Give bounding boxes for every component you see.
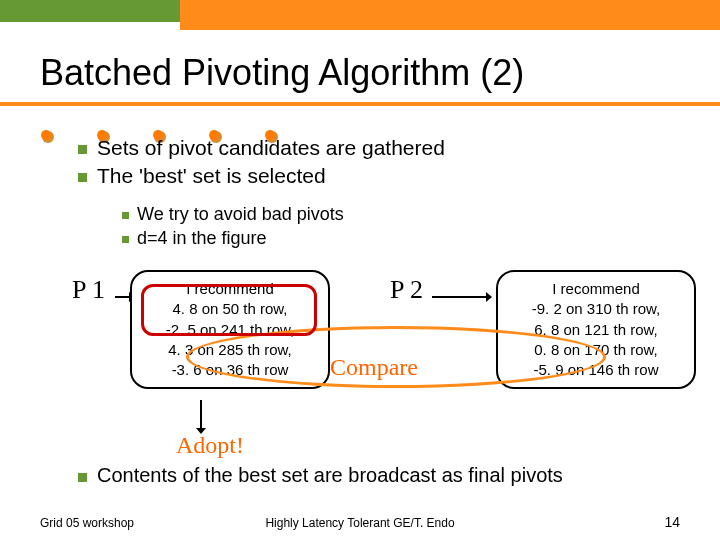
process-p2-text: I recommend -9. 2 on 310 th row, 6. 8 on… <box>532 280 660 378</box>
compare-label: Compare <box>330 354 418 381</box>
header-bar <box>0 0 720 30</box>
bullet-text: Sets of pivot candidates are gathered <box>97 136 445 160</box>
bullet-text: We try to avoid bad pivots <box>137 204 344 225</box>
adopt-label: Adopt! <box>176 432 244 459</box>
bullet-level1: Sets of pivot candidates are gathered <box>78 136 445 160</box>
footer-page-number: 14 <box>664 514 680 530</box>
arrow-right-icon <box>432 290 492 304</box>
dot-icon <box>42 131 54 143</box>
footer-center: Highly Latency Tolerant GE/T. Endo <box>0 516 720 530</box>
bullet-level2: We try to avoid bad pivots <box>122 204 344 225</box>
bullet-square-icon <box>78 145 87 154</box>
arrow-down-icon <box>194 400 208 434</box>
process-p1-box: I recommend 4. 8 on 50 th row, -2. 5 on … <box>130 270 330 389</box>
bullet-square-icon <box>122 236 129 243</box>
process-p1-label: P 1 <box>72 275 105 305</box>
bullet-text: The 'best' set is selected <box>97 164 326 188</box>
bullet-square-icon <box>122 212 129 219</box>
bullet-square-icon <box>78 173 87 182</box>
bullet-level1: Contents of the best set are broadcast a… <box>78 464 563 487</box>
slide: { "title": "Batched Pivoting Algorithm (… <box>0 0 720 540</box>
title-underline <box>0 102 720 106</box>
bullet-square-icon <box>78 473 87 482</box>
slide-title: Batched Pivoting Algorithm (2) <box>40 52 524 94</box>
header-orange-strip <box>180 0 720 30</box>
bullet-level2: d=4 in the figure <box>122 228 267 249</box>
bullet-text: Contents of the best set are broadcast a… <box>97 464 563 487</box>
bullet-text: d=4 in the figure <box>137 228 267 249</box>
process-p1-text: I recommend 4. 8 on 50 th row, -2. 5 on … <box>166 280 294 378</box>
svg-marker-3 <box>486 292 492 302</box>
process-p2-box: I recommend -9. 2 on 310 th row, 6. 8 on… <box>496 270 696 389</box>
bullet-level1: The 'best' set is selected <box>78 164 326 188</box>
process-p2-label: P 2 <box>390 275 423 305</box>
